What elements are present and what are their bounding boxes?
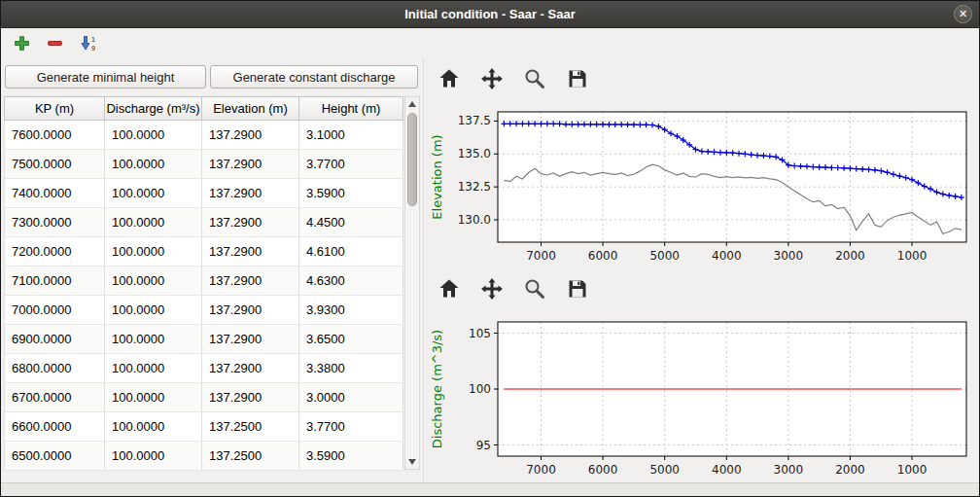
table-cell[interactable]: 100.0000 [105, 296, 202, 325]
table-cell[interactable]: 137.2900 [202, 179, 299, 208]
table-cell[interactable]: 7100.0000 [5, 266, 105, 296]
table-cell[interactable]: 4.4500 [299, 208, 403, 237]
table-cell[interactable]: 3.5900 [299, 442, 403, 471]
table-cell[interactable]: 137.2900 [202, 354, 299, 383]
column-header[interactable]: Height (m) [299, 97, 403, 121]
svg-text:6000: 6000 [588, 249, 618, 263]
sort-rows-button[interactable]: 1 9 [75, 30, 100, 55]
table-cell[interactable]: 100.0000 [105, 150, 202, 179]
table-row[interactable]: 7400.0000100.0000137.29003.5900 [5, 179, 403, 208]
table-row[interactable]: 7100.0000100.0000137.29004.6300 [5, 266, 403, 296]
table-row[interactable]: 6500.0000100.0000137.25003.5900 [5, 442, 403, 471]
table-cell[interactable]: 100.0000 [105, 325, 202, 354]
table-cell[interactable]: 3.0000 [299, 383, 403, 412]
table-cell[interactable]: 3.7700 [299, 412, 403, 442]
discharge-chart-canvas[interactable]: 700060005000400030002000100095100105Disc… [426, 312, 978, 481]
close-button[interactable]: ✕ [954, 5, 972, 23]
table-cell[interactable]: 3.1000 [299, 121, 403, 150]
generate-constant-discharge-button[interactable]: Generate constant discharge [210, 65, 418, 89]
table-cell[interactable]: 7000.0000 [5, 296, 105, 325]
table-cell[interactable]: 7300.0000 [5, 208, 105, 237]
table-cell[interactable]: 6700.0000 [5, 383, 105, 412]
table-cell[interactable]: 137.2900 [202, 150, 299, 179]
table-cell[interactable]: 6500.0000 [5, 442, 105, 471]
zoom-button[interactable] [521, 65, 548, 92]
table-cell[interactable]: 137.2900 [202, 208, 299, 237]
table-cell[interactable]: 6800.0000 [5, 354, 105, 383]
table-cell[interactable]: 3.5900 [299, 179, 403, 208]
table-cell[interactable]: 100.0000 [105, 266, 202, 296]
table-cell[interactable]: 137.2900 [202, 121, 299, 150]
table-row[interactable]: 7600.0000100.0000137.29003.1000 [5, 121, 403, 150]
add-row-button[interactable] [9, 30, 34, 55]
table-cell[interactable]: 137.2900 [202, 266, 299, 296]
table-row[interactable]: 7200.0000100.0000137.29004.6100 [5, 237, 403, 266]
table-row[interactable]: 7300.0000100.0000137.29004.4500 [5, 208, 403, 237]
table-cell[interactable]: 137.2900 [202, 296, 299, 325]
pan-button[interactable] [478, 65, 506, 92]
column-header[interactable]: Elevation (m) [202, 97, 299, 121]
table-cell[interactable]: 6900.0000 [5, 325, 105, 354]
zoom-icon [523, 67, 546, 90]
table-body: 7600.0000100.0000137.29003.10007500.0000… [5, 121, 403, 471]
table-row[interactable]: 6700.0000100.0000137.29003.0000 [5, 383, 403, 412]
window-title: Initial condition - Saar - Saar [404, 7, 576, 21]
table-cell[interactable]: 100.0000 [105, 412, 202, 442]
table-cell[interactable]: 3.3800 [299, 354, 403, 383]
table-row[interactable]: 6600.0000100.0000137.25003.7700 [5, 412, 403, 442]
table-cell[interactable]: 4.6100 [299, 237, 403, 266]
initial-condition-table-panel: Generate minimal height Generate constan… [1, 57, 423, 483]
table-cell[interactable]: 137.2900 [202, 325, 299, 354]
arrow-down-icon [408, 459, 416, 465]
table-cell[interactable]: 7600.0000 [5, 121, 105, 150]
svg-text:3000: 3000 [774, 249, 804, 263]
pan-button[interactable] [478, 275, 506, 302]
svg-text:95: 95 [476, 439, 491, 452]
table-cell[interactable]: 100.0000 [105, 208, 202, 237]
column-header[interactable]: Discharge (m³/s) [105, 97, 202, 121]
column-header[interactable]: KP (m) [5, 97, 105, 121]
table-cell[interactable]: 137.2500 [202, 442, 299, 471]
table-cell[interactable]: 7200.0000 [5, 237, 105, 266]
table-row[interactable]: 7500.0000100.0000137.29003.7700 [5, 150, 403, 179]
scroll-up-button[interactable] [405, 97, 419, 111]
svg-text:3000: 3000 [774, 463, 804, 477]
table-row[interactable]: 6800.0000100.0000137.29003.3800 [5, 354, 403, 383]
scroll-down-button[interactable] [405, 455, 419, 469]
table-cell[interactable]: 100.0000 [105, 354, 202, 383]
table-row[interactable]: 7000.0000100.0000137.29003.9300 [5, 296, 403, 325]
table-row[interactable]: 6900.0000100.0000137.29003.6500 [5, 325, 403, 354]
discharge-plot-toolbar [428, 273, 591, 304]
table-cell[interactable]: 137.2500 [202, 412, 299, 442]
scrollbar-thumb[interactable] [407, 113, 417, 206]
table-cell[interactable]: 100.0000 [105, 442, 202, 471]
svg-text:6000: 6000 [588, 463, 618, 477]
generate-minimal-height-button[interactable]: Generate minimal height [5, 65, 206, 89]
home-button[interactable] [436, 65, 463, 92]
zoom-button[interactable] [521, 275, 548, 302]
remove-row-button[interactable] [42, 30, 67, 55]
svg-text:137.5: 137.5 [458, 114, 491, 127]
home-button[interactable] [436, 275, 463, 302]
table-cell[interactable]: 3.7700 [299, 150, 403, 179]
table-cell[interactable]: 4.6300 [299, 266, 403, 296]
table-cell[interactable]: 100.0000 [105, 121, 202, 150]
table-cell[interactable]: 7400.0000 [5, 179, 105, 208]
table-cell[interactable]: 6600.0000 [5, 412, 105, 442]
table-cell[interactable]: 3.6500 [299, 325, 403, 354]
close-icon: ✕ [959, 8, 967, 20]
elevation-chart-canvas[interactable]: 7000600050004000300020001000130.0132.513… [426, 102, 978, 269]
save-button[interactable] [564, 275, 591, 302]
svg-text:105: 105 [469, 327, 491, 340]
table-cell[interactable]: 137.2900 [202, 383, 299, 412]
table-cell[interactable]: 100.0000 [105, 383, 202, 412]
table-cell[interactable]: 7500.0000 [5, 150, 105, 179]
initial-condition-table[interactable]: KP (m)Discharge (m³/s)Elevation (m)Heigh… [4, 96, 403, 471]
table-cell[interactable]: 3.9300 [299, 296, 403, 325]
table-cell[interactable]: 100.0000 [105, 179, 202, 208]
table-cell[interactable]: 137.2900 [202, 237, 299, 266]
table-cell[interactable]: 100.0000 [105, 237, 202, 266]
table-scrollbar[interactable] [404, 96, 420, 470]
save-button[interactable] [564, 65, 591, 92]
home-icon [438, 67, 461, 90]
